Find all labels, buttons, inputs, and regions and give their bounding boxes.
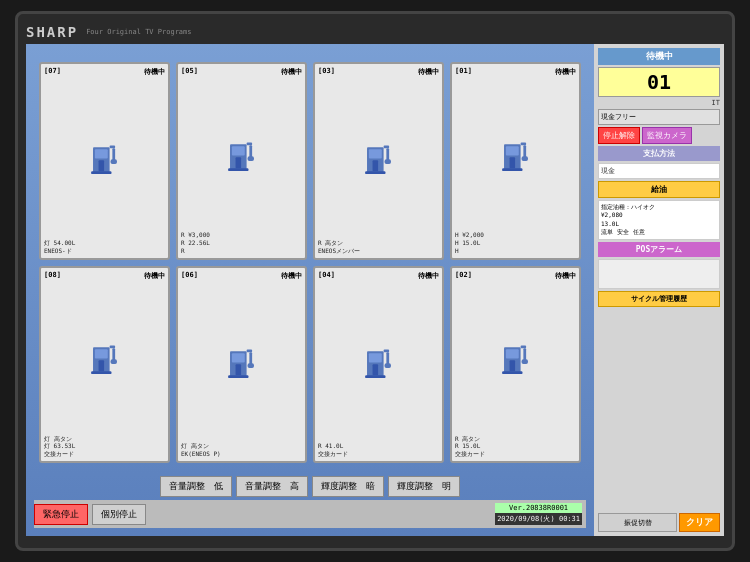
pump-icon-container [181,77,302,231]
pump-status: 待機中 [555,67,576,77]
pump-icon-container [44,281,165,435]
svg-rect-3 [109,146,115,149]
pump-status: 待機中 [144,271,165,281]
pump-header: [04] 待機中 [318,271,439,281]
pump-header: [07] 待機中 [44,67,165,77]
brand-logo: SHARP [26,24,78,40]
it-label: IT [598,99,720,107]
cash-free-label: 現金フリー [601,112,636,122]
fuel-pump-icon [90,340,120,375]
svg-rect-45 [383,349,389,352]
cycle-button[interactable]: サイクル管理履歴 [598,291,720,307]
svg-rect-19 [384,160,390,165]
pump-header: [06] 待機中 [181,271,302,281]
fuel-pump-icon [227,344,257,379]
pump-card-07[interactable]: [07] 待機中 灯 54.00L ENEOS-ド [39,62,170,260]
vol-low-button[interactable]: 音量調整 低 [160,476,232,497]
pump-details: R 高タン R 15.0L 交接カード [455,435,576,458]
fuel-pump-icon [227,137,257,172]
footer-right: Ver.20838R0001 2020/09/08(火) 00:31 [495,503,582,525]
emergency-stop-button[interactable]: 緊急停止 [34,504,88,525]
pump-number: [05] [181,67,198,77]
svg-rect-50 [505,349,518,358]
pump-header: [03] 待機中 [318,67,439,77]
fuel-price: ¥2,080 [601,211,717,219]
svg-rect-6 [91,172,111,175]
svg-rect-18 [386,149,389,162]
svg-rect-51 [509,360,515,371]
task-label: 任意 [633,228,645,236]
pump-card-08[interactable]: [08] 待機中 灯 高タン 灯 63.53L 交接カード [39,266,170,464]
fuel-pump-icon [501,340,531,375]
pump-number: [02] [455,271,472,281]
pump-card-03[interactable]: [03] 待機中 R 高タン ENEOSメンバー [313,62,444,260]
spacer [598,309,720,507]
pump-card-04[interactable]: [04] 待機中 R 41.0L 交接カード [313,266,444,464]
right-panel: 待機中 01 IT 現金フリー 停止解除 監視カメラ 支払方法 現金 給油 指定… [594,44,724,536]
svg-rect-4 [112,149,115,162]
pump-card-02[interactable]: [02] 待機中 R 高タン R 15.0L 交接カード [450,266,581,464]
bright-dark-button[interactable]: 輝度調整 暗 [312,476,384,497]
svg-rect-46 [386,352,389,365]
pump-header: [05] 待機中 [181,67,302,77]
monitor-header: SHARP Four Original TV Programs [26,22,724,42]
screen: [07] 待機中 灯 54.00L ENEOS-ド [26,44,724,536]
svg-rect-2 [98,161,104,172]
svg-rect-52 [520,346,526,349]
vol-high-button[interactable]: 音量調整 高 [236,476,308,497]
svg-rect-25 [523,145,526,158]
svg-rect-11 [249,145,252,158]
svg-rect-24 [520,142,526,145]
fuel-volume: 13.0L [601,220,717,228]
pump-number: [03] [318,67,335,77]
fuel-pump-icon [90,140,120,175]
pump-icon-container [181,281,302,443]
svg-rect-43 [368,353,381,362]
svg-rect-8 [231,146,244,155]
pump-header: [08] 待機中 [44,271,165,281]
clear-button[interactable]: クリア [679,513,720,532]
svg-rect-38 [246,349,252,352]
svg-rect-26 [521,156,527,161]
liter-label: 安全 [617,228,629,236]
stop-release-button[interactable]: 停止解除 [598,127,640,144]
monitor-bezel: SHARP Four Original TV Programs [07] 待機中 [15,11,735,551]
pump-status: 待機中 [281,271,302,281]
pump-card-01[interactable]: [01] 待機中 H ¥2,000 H 15.0L H [450,62,581,260]
svg-rect-40 [247,363,253,368]
pump-header: [02] 待機中 [455,271,576,281]
svg-rect-29 [94,349,107,358]
svg-rect-37 [235,364,241,375]
switch-button[interactable]: 振促切替 [598,513,677,532]
payment-method-header: 支払方法 [598,146,720,161]
pump-icon-container [44,77,165,239]
svg-rect-33 [110,359,116,364]
pump-details: 灯 54.00L ENEOS-ド [44,239,165,255]
camera-button[interactable]: 監視カメラ [642,127,692,144]
svg-rect-30 [98,360,104,371]
svg-rect-1 [94,150,107,159]
main-area: [07] 待機中 灯 54.00L ENEOS-ド [26,44,594,536]
pump-card-05[interactable]: [05] 待機中 R ¥3,000 R 22.56L R [176,62,307,260]
pump-card-06[interactable]: [06] 待機中 灯 高タン EK(ENEOS P) [176,266,307,464]
pump-details: 灯 高タン EK(ENEOS P) [181,442,302,458]
bright-light-button[interactable]: 輝度調整 明 [388,476,460,497]
number-display: 01 [598,67,720,97]
individual-stop-button[interactable]: 個別停止 [92,504,146,525]
version-display: Ver.20838R0001 [495,503,582,513]
switch-clear-row: 振促切替 クリア [598,513,720,532]
cash-free-box: 現金フリー [598,109,720,125]
emergency-buttons: 緊急停止 個別停止 [34,504,146,525]
svg-rect-12 [247,156,253,161]
pump-grid: [07] 待機中 灯 54.00L ENEOS-ド [34,52,586,473]
pump-header: [01] 待機中 [455,67,576,77]
pump-details: R 41.0L 交接カード [318,442,439,458]
pump-status: 待機中 [555,271,576,281]
datetime-display: 2020/09/08(火) 00:31 [495,513,582,525]
payment-method-value: 現金 [598,163,720,179]
pump-number: [08] [44,271,61,281]
svg-rect-20 [365,172,385,175]
pos-alarm-label: POSアラーム [598,242,720,257]
svg-rect-23 [509,157,515,168]
pump-number: [06] [181,271,198,281]
